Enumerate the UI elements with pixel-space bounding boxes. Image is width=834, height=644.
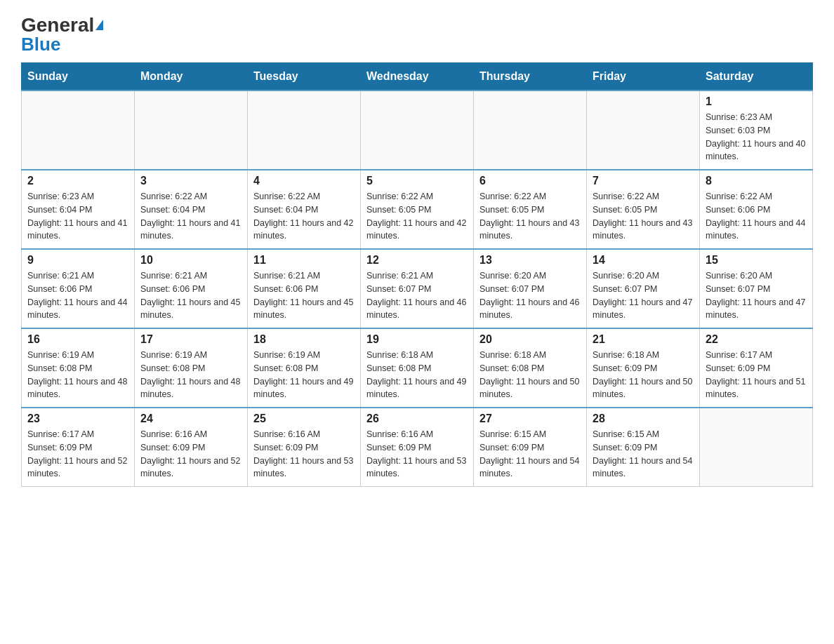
day-info: Sunrise: 6:22 AMSunset: 6:04 PMDaylight:… bbox=[253, 190, 355, 243]
day-info: Sunrise: 6:15 AMSunset: 6:09 PMDaylight:… bbox=[479, 428, 581, 481]
day-number: 20 bbox=[479, 333, 581, 346]
calendar-day-cell: 9Sunrise: 6:21 AMSunset: 6:06 PMDaylight… bbox=[22, 249, 135, 328]
calendar-week-row: 23Sunrise: 6:17 AMSunset: 6:09 PMDayligh… bbox=[22, 408, 813, 487]
calendar-day-cell bbox=[474, 90, 587, 170]
day-info: Sunrise: 6:22 AMSunset: 6:05 PMDaylight:… bbox=[593, 190, 694, 243]
calendar-day-cell: 7Sunrise: 6:22 AMSunset: 6:05 PMDaylight… bbox=[587, 170, 700, 249]
day-number: 26 bbox=[366, 412, 468, 425]
day-number: 27 bbox=[479, 412, 581, 425]
calendar-day-cell bbox=[700, 408, 813, 487]
calendar-day-header: Friday bbox=[587, 63, 700, 91]
calendar-day-cell: 3Sunrise: 6:22 AMSunset: 6:04 PMDaylight… bbox=[135, 170, 248, 249]
day-info: Sunrise: 6:23 AMSunset: 6:03 PMDaylight:… bbox=[706, 111, 807, 163]
calendar-table: SundayMondayTuesdayWednesdayThursdayFrid… bbox=[21, 62, 813, 487]
day-info: Sunrise: 6:21 AMSunset: 6:06 PMDaylight:… bbox=[140, 269, 241, 322]
calendar-day-cell bbox=[587, 90, 700, 170]
calendar-day-header: Tuesday bbox=[248, 63, 361, 91]
day-info: Sunrise: 6:18 AMSunset: 6:09 PMDaylight:… bbox=[593, 349, 694, 401]
calendar-day-cell: 11Sunrise: 6:21 AMSunset: 6:06 PMDayligh… bbox=[248, 249, 361, 328]
calendar-day-cell: 26Sunrise: 6:16 AMSunset: 6:09 PMDayligh… bbox=[361, 408, 474, 487]
day-info: Sunrise: 6:16 AMSunset: 6:09 PMDaylight:… bbox=[140, 428, 241, 481]
calendar-day-cell: 19Sunrise: 6:18 AMSunset: 6:08 PMDayligh… bbox=[361, 328, 474, 408]
calendar-day-cell: 18Sunrise: 6:19 AMSunset: 6:08 PMDayligh… bbox=[248, 328, 361, 408]
day-info: Sunrise: 6:21 AMSunset: 6:07 PMDaylight:… bbox=[366, 269, 468, 322]
calendar-day-cell: 22Sunrise: 6:17 AMSunset: 6:09 PMDayligh… bbox=[700, 328, 813, 408]
day-info: Sunrise: 6:16 AMSunset: 6:09 PMDaylight:… bbox=[366, 428, 468, 481]
calendar-header-row: SundayMondayTuesdayWednesdayThursdayFrid… bbox=[22, 63, 813, 91]
day-number: 3 bbox=[140, 175, 241, 187]
day-info: Sunrise: 6:20 AMSunset: 6:07 PMDaylight:… bbox=[593, 269, 694, 322]
calendar-day-cell: 4Sunrise: 6:22 AMSunset: 6:04 PMDaylight… bbox=[248, 170, 361, 249]
calendar-day-cell: 23Sunrise: 6:17 AMSunset: 6:09 PMDayligh… bbox=[22, 408, 135, 487]
day-number: 2 bbox=[27, 175, 128, 187]
day-info: Sunrise: 6:23 AMSunset: 6:04 PMDaylight:… bbox=[27, 190, 128, 243]
calendar-day-cell bbox=[248, 90, 361, 170]
day-info: Sunrise: 6:18 AMSunset: 6:08 PMDaylight:… bbox=[366, 349, 468, 401]
page-header: General Blue bbox=[21, 14, 813, 55]
calendar-day-cell: 10Sunrise: 6:21 AMSunset: 6:06 PMDayligh… bbox=[135, 249, 248, 328]
logo-blue: Blue bbox=[21, 34, 60, 55]
day-number: 25 bbox=[253, 412, 355, 425]
day-number: 14 bbox=[593, 254, 694, 267]
day-number: 22 bbox=[706, 333, 807, 346]
calendar-day-cell: 20Sunrise: 6:18 AMSunset: 6:08 PMDayligh… bbox=[474, 328, 587, 408]
calendar-day-cell: 13Sunrise: 6:20 AMSunset: 6:07 PMDayligh… bbox=[474, 249, 587, 328]
calendar-day-header: Thursday bbox=[474, 63, 587, 91]
day-number: 24 bbox=[140, 412, 241, 425]
calendar-day-cell bbox=[135, 90, 248, 170]
calendar-week-row: 16Sunrise: 6:19 AMSunset: 6:08 PMDayligh… bbox=[22, 328, 813, 408]
calendar-day-header: Monday bbox=[135, 63, 248, 91]
calendar-day-cell: 27Sunrise: 6:15 AMSunset: 6:09 PMDayligh… bbox=[474, 408, 587, 487]
calendar-day-cell bbox=[361, 90, 474, 170]
day-info: Sunrise: 6:19 AMSunset: 6:08 PMDaylight:… bbox=[140, 349, 241, 401]
calendar-day-cell: 25Sunrise: 6:16 AMSunset: 6:09 PMDayligh… bbox=[248, 408, 361, 487]
day-info: Sunrise: 6:15 AMSunset: 6:09 PMDaylight:… bbox=[593, 428, 694, 481]
day-info: Sunrise: 6:21 AMSunset: 6:06 PMDaylight:… bbox=[253, 269, 355, 322]
calendar-day-cell: 28Sunrise: 6:15 AMSunset: 6:09 PMDayligh… bbox=[587, 408, 700, 487]
calendar-week-row: 9Sunrise: 6:21 AMSunset: 6:06 PMDaylight… bbox=[22, 249, 813, 328]
day-info: Sunrise: 6:20 AMSunset: 6:07 PMDaylight:… bbox=[479, 269, 581, 322]
day-number: 17 bbox=[140, 333, 241, 346]
day-number: 7 bbox=[593, 175, 694, 187]
calendar-day-cell: 16Sunrise: 6:19 AMSunset: 6:08 PMDayligh… bbox=[22, 328, 135, 408]
day-number: 28 bbox=[593, 412, 694, 425]
day-info: Sunrise: 6:22 AMSunset: 6:05 PMDaylight:… bbox=[366, 190, 468, 243]
day-number: 5 bbox=[366, 175, 468, 187]
day-number: 9 bbox=[27, 254, 128, 267]
calendar-day-cell: 2Sunrise: 6:23 AMSunset: 6:04 PMDaylight… bbox=[22, 170, 135, 249]
day-info: Sunrise: 6:22 AMSunset: 6:05 PMDaylight:… bbox=[479, 190, 581, 243]
logo: General Blue bbox=[21, 14, 103, 55]
day-info: Sunrise: 6:22 AMSunset: 6:06 PMDaylight:… bbox=[706, 190, 807, 243]
calendar-day-cell: 8Sunrise: 6:22 AMSunset: 6:06 PMDaylight… bbox=[700, 170, 813, 249]
day-number: 10 bbox=[140, 254, 241, 267]
calendar-day-cell: 17Sunrise: 6:19 AMSunset: 6:08 PMDayligh… bbox=[135, 328, 248, 408]
calendar-day-cell: 15Sunrise: 6:20 AMSunset: 6:07 PMDayligh… bbox=[700, 249, 813, 328]
calendar-day-cell: 24Sunrise: 6:16 AMSunset: 6:09 PMDayligh… bbox=[135, 408, 248, 487]
calendar-day-cell: 6Sunrise: 6:22 AMSunset: 6:05 PMDaylight… bbox=[474, 170, 587, 249]
calendar-day-header: Sunday bbox=[22, 63, 135, 91]
calendar-day-cell: 21Sunrise: 6:18 AMSunset: 6:09 PMDayligh… bbox=[587, 328, 700, 408]
calendar-day-cell: 5Sunrise: 6:22 AMSunset: 6:05 PMDaylight… bbox=[361, 170, 474, 249]
day-info: Sunrise: 6:21 AMSunset: 6:06 PMDaylight:… bbox=[27, 269, 128, 322]
calendar-week-row: 1Sunrise: 6:23 AMSunset: 6:03 PMDaylight… bbox=[22, 90, 813, 170]
day-number: 4 bbox=[253, 175, 355, 187]
day-info: Sunrise: 6:18 AMSunset: 6:08 PMDaylight:… bbox=[479, 349, 581, 401]
day-info: Sunrise: 6:17 AMSunset: 6:09 PMDaylight:… bbox=[706, 349, 807, 401]
logo-triangle-icon bbox=[95, 20, 103, 30]
calendar-week-row: 2Sunrise: 6:23 AMSunset: 6:04 PMDaylight… bbox=[22, 170, 813, 249]
calendar-day-cell: 1Sunrise: 6:23 AMSunset: 6:03 PMDaylight… bbox=[700, 90, 813, 170]
day-number: 23 bbox=[27, 412, 128, 425]
calendar-day-cell bbox=[22, 90, 135, 170]
day-info: Sunrise: 6:16 AMSunset: 6:09 PMDaylight:… bbox=[253, 428, 355, 481]
day-number: 15 bbox=[706, 254, 807, 267]
day-info: Sunrise: 6:19 AMSunset: 6:08 PMDaylight:… bbox=[253, 349, 355, 401]
day-number: 1 bbox=[706, 95, 807, 108]
day-number: 6 bbox=[479, 175, 581, 187]
calendar-day-cell: 14Sunrise: 6:20 AMSunset: 6:07 PMDayligh… bbox=[587, 249, 700, 328]
day-info: Sunrise: 6:22 AMSunset: 6:04 PMDaylight:… bbox=[140, 190, 241, 243]
day-number: 11 bbox=[253, 254, 355, 267]
day-number: 13 bbox=[479, 254, 581, 267]
calendar-day-header: Wednesday bbox=[361, 63, 474, 91]
day-number: 16 bbox=[27, 333, 128, 346]
day-number: 8 bbox=[706, 175, 807, 187]
